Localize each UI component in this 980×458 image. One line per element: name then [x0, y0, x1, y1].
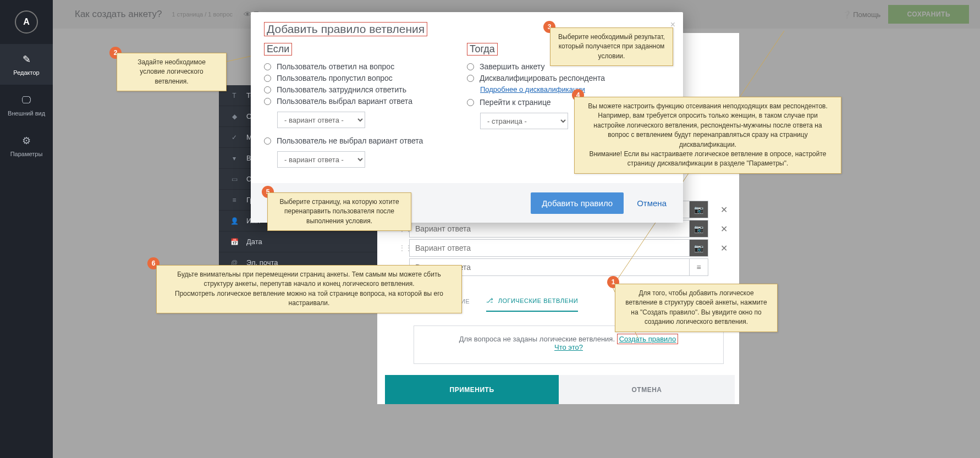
tip-3: Выберите необходимый результат, который …	[550, 27, 673, 66]
toggles-icon: ⚙	[0, 134, 53, 147]
variant-select[interactable]: - вариант ответа -	[277, 112, 365, 128]
answer-input[interactable]	[410, 244, 689, 252]
camera-icon[interactable]: 📷	[689, 220, 708, 237]
logo-letter: A	[15, 10, 38, 34]
nav-editor-label: Редактор	[0, 69, 53, 76]
branching-empty-text: Для вопроса не заданы логические ветвлен…	[459, 335, 617, 343]
answer-input[interactable]	[410, 224, 689, 233]
pencil-icon: ✎	[0, 53, 53, 66]
tip-1: Для того, чтобы добавить логическое ветв…	[615, 284, 778, 332]
create-rule-link[interactable]: Создать правило	[617, 334, 679, 344]
branch-icon: ⎇	[486, 297, 494, 304]
camera-icon[interactable]: 📷	[689, 240, 708, 256]
left-sidebar: A ✎ Редактор 🖵 Внешний вид ⚙ Параметры	[0, 0, 53, 458]
nav-settings[interactable]: ⚙ Параметры	[0, 125, 53, 166]
tip-4: Вы можете настроить функцию отсеивания н…	[574, 97, 841, 174]
if-option[interactable]: Пользователь пропустил вопрос	[264, 74, 467, 82]
tip-5: Выберите страницу, на которую хотите пер…	[267, 192, 411, 231]
answer-row[interactable]: ⋮⋮ 📷 ✕	[409, 239, 708, 257]
tip-2: Задайте необходимое условие логического …	[117, 53, 227, 91]
add-rule-button[interactable]: Добавить правило	[531, 192, 624, 214]
modal-cancel-button[interactable]: Отмена	[637, 198, 667, 208]
then-heading: Тогда	[467, 43, 498, 56]
delete-icon[interactable]: ✕	[720, 243, 728, 253]
variant-select[interactable]: - вариант ответа -	[277, 151, 365, 168]
nav-settings-label: Параметры	[0, 151, 53, 157]
camera-icon[interactable]: 📷	[689, 201, 708, 218]
monitor-icon: 🖵	[0, 93, 53, 107]
delete-icon[interactable]: ✕	[720, 224, 728, 234]
page-select[interactable]: - страница -	[480, 113, 568, 129]
what-is-link[interactable]: Что это?	[554, 343, 583, 351]
drag-icon[interactable]: ⋮⋮	[399, 244, 412, 252]
list-icon[interactable]: ≡	[689, 259, 708, 275]
if-option[interactable]: Пользователь выбрал вариант ответа	[264, 97, 467, 106]
nav-editor[interactable]: ✎ Редактор	[0, 44, 53, 85]
app-logo: A	[0, 0, 53, 44]
nav-appearance-label: Внешний вид	[0, 110, 53, 117]
apply-button[interactable]: ПРИМЕНИТЬ	[385, 375, 559, 404]
if-option[interactable]: Пользователь затруднился ответить	[264, 85, 467, 94]
then-option[interactable]: Дисквалифицировать респондента	[467, 74, 670, 82]
if-column: Если Пользователь ответил на вопрос Поль…	[264, 43, 467, 173]
nav-appearance[interactable]: 🖵 Внешний вид	[0, 85, 53, 125]
if-heading: Если	[264, 43, 292, 56]
delete-icon[interactable]: ✕	[720, 205, 728, 215]
tab-branching[interactable]: ⎇ЛОГИЧЕСКИЕ ВЕТВЛЕНИ	[486, 297, 578, 312]
if-option[interactable]: Пользователь не выбрал вариант ответа	[264, 136, 467, 145]
qtype-item[interactable]: 📅Дата	[219, 231, 377, 252]
if-option[interactable]: Пользователь ответил на вопрос	[264, 62, 467, 71]
tip-6: Будьте внимательны при перемещении стран…	[156, 265, 462, 313]
cancel-button[interactable]: ОТМЕНА	[559, 375, 735, 404]
